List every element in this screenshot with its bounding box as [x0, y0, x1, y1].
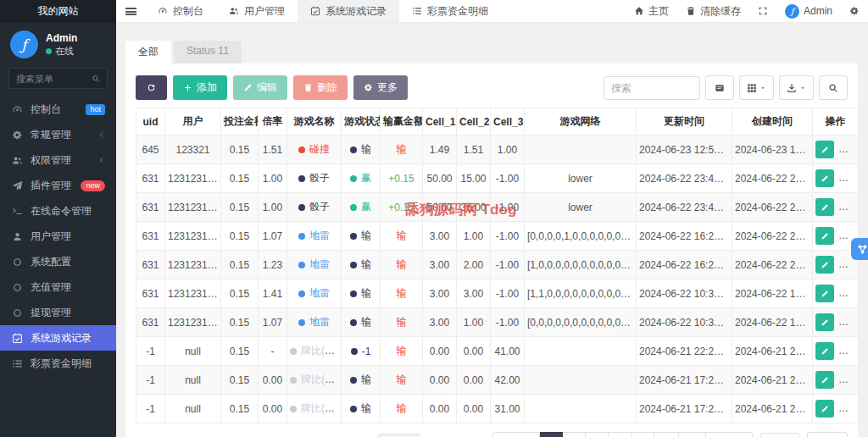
- more-button[interactable]: 更多: [353, 75, 408, 100]
- delete-button[interactable]: 删除: [293, 75, 348, 100]
- column-header[interactable]: 游戏状态: [342, 108, 381, 136]
- column-header[interactable]: 游戏网络: [525, 108, 637, 136]
- column-header[interactable]: Cell_3: [491, 108, 525, 136]
- table-search-input[interactable]: [604, 76, 700, 100]
- page-button-5[interactable]: 5: [632, 432, 654, 437]
- filter-tab-1[interactable]: 全部: [125, 41, 171, 64]
- row-edit-button[interactable]: [815, 227, 834, 245]
- row-edit-button[interactable]: [815, 342, 834, 360]
- topbar-tab-1[interactable]: 控制台: [145, 0, 216, 22]
- topbar-tab-2[interactable]: 用户管理: [216, 0, 298, 22]
- table-row[interactable]: -1null0.15-牌比(高低)-1输0.000.0041.002024-06…: [136, 337, 859, 366]
- table-row[interactable]: 6311231231230.151.00骰子赢+0.1550.0036.00-1…: [136, 193, 859, 222]
- column-header[interactable]: 倍率: [259, 108, 287, 136]
- hamburger-menu-button[interactable]: [116, 0, 145, 22]
- sidebar-item-6[interactable]: 用户管理: [0, 224, 116, 249]
- user-menu[interactable]: ƒ Admin: [776, 4, 841, 19]
- next-page-button[interactable]: 下一页: [706, 432, 753, 437]
- panel-body: 添加 编辑 删除 更多 uid用户投注金额倍率游戏名称游戏状态输赢金额Cell_…: [125, 64, 858, 437]
- filter-tab-2[interactable]: Status 11: [174, 41, 242, 64]
- prev-page-button[interactable]: 上一页: [492, 432, 540, 437]
- export-button[interactable]: [779, 75, 814, 100]
- topbar-tab-3[interactable]: 系统游戏记录: [298, 0, 399, 22]
- column-header[interactable]: Cell_2: [457, 108, 491, 136]
- card-view-icon: [715, 83, 725, 93]
- row-edit-button[interactable]: [815, 285, 834, 302]
- row-edit-button[interactable]: [815, 141, 834, 158]
- cell-3: 31.00: [491, 395, 525, 423]
- sidebar-search-input[interactable]: [16, 74, 92, 84]
- page-button-4[interactable]: 4: [609, 432, 632, 437]
- plus-icon: [183, 83, 192, 92]
- settings-button[interactable]: [841, 6, 868, 16]
- sidebar-item-5[interactable]: 在线命令管理: [0, 198, 116, 224]
- column-header[interactable]: 游戏名称: [287, 108, 342, 136]
- cell-rate: 0.00: [259, 395, 287, 423]
- refresh-button[interactable]: [136, 75, 167, 100]
- column-header[interactable]: 用户: [165, 108, 221, 136]
- cell-user: 123123123: [165, 164, 221, 193]
- table-row[interactable]: -1null0.150.00牌比(高低)输输0.000.0031.002024-…: [136, 395, 859, 423]
- column-header[interactable]: uid: [136, 108, 165, 136]
- column-header[interactable]: Cell_1: [423, 108, 457, 136]
- page-size-select[interactable]: 10: [378, 434, 419, 437]
- panel-tabs: 全部Status 11: [125, 41, 858, 64]
- column-header[interactable]: 更新时间: [637, 108, 732, 136]
- column-header[interactable]: 创建时间: [732, 108, 813, 136]
- sidebar-item-3[interactable]: 权限管理: [0, 147, 116, 173]
- table-row[interactable]: -1null0.150.00牌比(高低)输输0.000.0042.002024-…: [136, 366, 859, 395]
- table-row[interactable]: 6311231231230.151.41地雷输输3.003.00-1.00[1,…: [136, 279, 859, 308]
- sidebar-item-9[interactable]: 提现管理: [0, 300, 116, 325]
- jump-page-input[interactable]: [760, 433, 799, 437]
- row-edit-button[interactable]: [815, 169, 834, 187]
- home-button[interactable]: 主页: [626, 4, 677, 19]
- table-row[interactable]: 6451233210.151.51碰撞输输1.491.511.002024-06…: [136, 136, 859, 164]
- row-edit-button[interactable]: [815, 198, 834, 216]
- sidebar-item-7[interactable]: 系统配置: [0, 249, 116, 274]
- page-button-2[interactable]: 2: [563, 432, 586, 437]
- sidebar-item-2[interactable]: 常规管理: [0, 122, 116, 147]
- sidebar-item-label: 充值管理: [31, 280, 71, 295]
- sidebar-item-8[interactable]: 充值管理: [0, 274, 116, 300]
- row-edit-button[interactable]: [815, 256, 834, 274]
- columns-button[interactable]: [739, 75, 774, 100]
- floating-share-button[interactable]: [851, 238, 868, 260]
- sidebar-item-10[interactable]: 系统游戏记录: [0, 325, 116, 351]
- sidebar-item-1[interactable]: 控制台hot: [0, 97, 116, 122]
- row-edit-button[interactable]: [815, 400, 834, 418]
- column-header[interactable]: 输赢金额: [381, 108, 423, 136]
- page-button-17[interactable]: 17: [679, 432, 706, 437]
- cell-1: 50.00: [423, 164, 457, 193]
- table-row[interactable]: 6311231231230.151.00骰子赢+0.1550.0015.00-1…: [136, 164, 859, 193]
- sidebar-item-4[interactable]: 插件管理new: [0, 173, 116, 198]
- clear-cache-button[interactable]: 清除缓存: [677, 4, 749, 19]
- cell-created: 2024-06-22 21:21:51: [732, 222, 813, 251]
- calendar-icon: [310, 6, 320, 16]
- jump-button[interactable]: 跳转: [807, 432, 848, 437]
- fullscreen-button[interactable]: [749, 6, 776, 16]
- cell-actions: [813, 337, 859, 366]
- add-button[interactable]: 添加: [173, 75, 227, 100]
- page-button-3[interactable]: 3: [586, 432, 609, 437]
- cell-winlose: 输: [381, 308, 423, 337]
- table-row[interactable]: 6311231231230.151.07地雷输输3.001.00-1.00[0,…: [136, 308, 859, 337]
- page-button-...[interactable]: ...: [654, 432, 679, 437]
- users-icon: [11, 155, 23, 166]
- topbar-right: 主页 清除缓存 ƒ Admin: [626, 0, 868, 22]
- sidebar-item-11[interactable]: 彩票资金明细: [0, 351, 116, 376]
- column-header[interactable]: 投注金额: [221, 108, 259, 136]
- table-row[interactable]: 6311231231230.151.07地雷输输3.001.00-1.00[0,…: [136, 222, 859, 251]
- status-dot-icon: [350, 377, 357, 384]
- edit-button[interactable]: 编辑: [233, 75, 287, 100]
- search-submit-button[interactable]: [819, 75, 848, 100]
- cell-updated: 2024-06-23 12:55:05: [637, 136, 732, 164]
- row-edit-button[interactable]: [815, 313, 834, 331]
- column-header[interactable]: 操作: [813, 108, 859, 136]
- cell-updated: 2024-06-22 10:36:42: [637, 308, 732, 337]
- cell-network: [525, 366, 637, 395]
- row-edit-button[interactable]: [815, 371, 834, 389]
- topbar-tab-4[interactable]: 彩票资金明细: [399, 0, 501, 22]
- page-button-1[interactable]: 1: [540, 432, 563, 437]
- table-row[interactable]: 6311231231230.151.23地雷输输3.002.00-1.00[1,…: [136, 251, 859, 279]
- toggle-view-button[interactable]: [705, 75, 734, 100]
